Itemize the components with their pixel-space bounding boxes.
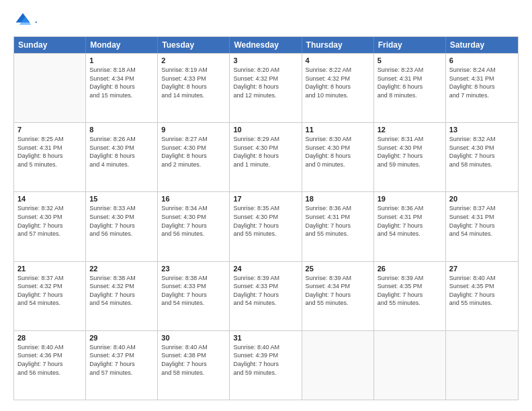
logo-text: . [35,15,38,26]
calendar-row-4: 28Sunrise: 8:40 AM Sunset: 4:36 PM Dayli… [14,330,518,400]
day-info: Sunrise: 8:25 AM Sunset: 4:31 PM Dayligh… [17,135,82,169]
day-info: Sunrise: 8:23 AM Sunset: 4:31 PM Dayligh… [378,66,442,99]
weekday-header-thursday: Thursday [302,37,374,53]
day-info: Sunrise: 8:19 AM Sunset: 4:33 PM Dayligh… [161,66,226,99]
calendar-cell: 29Sunrise: 8:40 AM Sunset: 4:37 PM Dayli… [86,331,158,400]
day-number: 21 [17,265,82,273]
weekday-header-monday: Monday [86,37,158,53]
day-info: Sunrise: 8:20 AM Sunset: 4:32 PM Dayligh… [233,66,298,99]
calendar-cell: 15Sunrise: 8:33 AM Sunset: 4:30 PM Dayli… [86,192,158,261]
calendar-row-1: 7Sunrise: 8:25 AM Sunset: 4:31 PM Daylig… [14,122,518,191]
logo: . [13,11,38,30]
day-number: 18 [306,195,370,203]
day-number: 3 [233,56,298,64]
calendar-cell: 31Sunrise: 8:40 AM Sunset: 4:39 PM Dayli… [230,331,302,400]
day-number: 1 [89,56,154,64]
day-info: Sunrise: 8:39 AM Sunset: 4:35 PM Dayligh… [378,274,442,308]
day-number: 22 [89,265,154,273]
day-info: Sunrise: 8:26 AM Sunset: 4:30 PM Dayligh… [89,135,154,169]
calendar-cell: 13Sunrise: 8:32 AM Sunset: 4:30 PM Dayli… [446,123,518,191]
calendar-cell: 8Sunrise: 8:26 AM Sunset: 4:30 PM Daylig… [86,123,158,191]
calendar-cell: 3Sunrise: 8:20 AM Sunset: 4:32 PM Daylig… [230,54,302,122]
calendar-row-0: 1Sunrise: 8:18 AM Sunset: 4:34 PM Daylig… [14,53,518,122]
day-info: Sunrise: 8:38 AM Sunset: 4:33 PM Dayligh… [161,274,226,308]
day-info: Sunrise: 8:22 AM Sunset: 4:32 PM Dayligh… [306,66,370,99]
day-number: 31 [233,334,298,342]
calendar-cell: 14Sunrise: 8:32 AM Sunset: 4:30 PM Dayli… [14,192,86,261]
day-info: Sunrise: 8:32 AM Sunset: 4:30 PM Dayligh… [17,204,82,238]
day-number: 6 [449,56,515,64]
logo-icon [13,11,32,30]
day-info: Sunrise: 8:30 AM Sunset: 4:30 PM Dayligh… [306,135,370,169]
calendar-header: SundayMondayTuesdayWednesdayThursdayFrid… [14,37,518,53]
weekday-header-sunday: Sunday [14,37,86,53]
day-info: Sunrise: 8:27 AM Sunset: 4:30 PM Dayligh… [161,135,226,169]
calendar-cell: 27Sunrise: 8:40 AM Sunset: 4:35 PM Dayli… [446,262,518,330]
calendar-cell: 17Sunrise: 8:35 AM Sunset: 4:30 PM Dayli… [230,192,302,261]
day-number: 7 [17,126,82,134]
weekday-header-saturday: Saturday [446,37,518,53]
calendar-cell: 22Sunrise: 8:38 AM Sunset: 4:32 PM Dayli… [86,262,158,330]
day-info: Sunrise: 8:36 AM Sunset: 4:31 PM Dayligh… [378,204,442,238]
day-number: 26 [378,265,442,273]
calendar-cell: 18Sunrise: 8:36 AM Sunset: 4:31 PM Dayli… [302,192,374,261]
calendar-cell [446,331,518,400]
day-number: 11 [306,126,370,134]
day-number: 15 [89,195,154,203]
day-info: Sunrise: 8:24 AM Sunset: 4:31 PM Dayligh… [449,66,515,99]
calendar-cell: 11Sunrise: 8:30 AM Sunset: 4:30 PM Dayli… [302,123,374,191]
day-number: 24 [233,265,298,273]
day-number: 19 [378,195,442,203]
day-info: Sunrise: 8:29 AM Sunset: 4:30 PM Dayligh… [233,135,298,169]
page: . SundayMondayTuesdayWednesdayThursdayFr… [0,0,532,411]
calendar-cell: 24Sunrise: 8:39 AM Sunset: 4:33 PM Dayli… [230,262,302,330]
day-info: Sunrise: 8:39 AM Sunset: 4:34 PM Dayligh… [306,274,370,308]
calendar-cell: 6Sunrise: 8:24 AM Sunset: 4:31 PM Daylig… [446,54,518,122]
day-info: Sunrise: 8:37 AM Sunset: 4:32 PM Dayligh… [17,274,82,308]
calendar-cell: 5Sunrise: 8:23 AM Sunset: 4:31 PM Daylig… [374,54,446,122]
day-number: 23 [161,265,226,273]
day-info: Sunrise: 8:37 AM Sunset: 4:31 PM Dayligh… [449,204,515,238]
day-info: Sunrise: 8:40 AM Sunset: 4:36 PM Dayligh… [17,343,82,377]
day-info: Sunrise: 8:38 AM Sunset: 4:32 PM Dayligh… [89,274,154,308]
day-info: Sunrise: 8:34 AM Sunset: 4:30 PM Dayligh… [161,204,226,238]
day-number: 12 [378,126,442,134]
calendar-cell: 12Sunrise: 8:31 AM Sunset: 4:30 PM Dayli… [374,123,446,191]
calendar-cell: 19Sunrise: 8:36 AM Sunset: 4:31 PM Dayli… [374,192,446,261]
calendar-cell: 2Sunrise: 8:19 AM Sunset: 4:33 PM Daylig… [158,54,230,122]
day-number: 8 [89,126,154,134]
weekday-header-friday: Friday [374,37,446,53]
day-number: 13 [449,126,515,134]
calendar-cell: 25Sunrise: 8:39 AM Sunset: 4:34 PM Dayli… [302,262,374,330]
calendar-cell: 10Sunrise: 8:29 AM Sunset: 4:30 PM Dayli… [230,123,302,191]
calendar-cell: 16Sunrise: 8:34 AM Sunset: 4:30 PM Dayli… [158,192,230,261]
calendar-cell: 1Sunrise: 8:18 AM Sunset: 4:34 PM Daylig… [86,54,158,122]
calendar-cell: 23Sunrise: 8:38 AM Sunset: 4:33 PM Dayli… [158,262,230,330]
calendar-cell [14,54,86,122]
calendar-cell: 30Sunrise: 8:40 AM Sunset: 4:38 PM Dayli… [158,331,230,400]
day-info: Sunrise: 8:39 AM Sunset: 4:33 PM Dayligh… [233,274,298,308]
day-number: 27 [449,265,515,273]
calendar-cell: 7Sunrise: 8:25 AM Sunset: 4:31 PM Daylig… [14,123,86,191]
calendar-cell: 4Sunrise: 8:22 AM Sunset: 4:32 PM Daylig… [302,54,374,122]
calendar-cell: 26Sunrise: 8:39 AM Sunset: 4:35 PM Dayli… [374,262,446,330]
day-number: 29 [89,334,154,342]
day-info: Sunrise: 8:40 AM Sunset: 4:38 PM Dayligh… [161,343,226,377]
day-number: 28 [17,334,82,342]
day-number: 20 [449,195,515,203]
day-info: Sunrise: 8:18 AM Sunset: 4:34 PM Dayligh… [89,66,154,99]
calendar-cell [302,331,374,400]
calendar-cell [374,331,446,400]
day-number: 2 [161,56,226,64]
day-number: 30 [161,334,226,342]
calendar-row-3: 21Sunrise: 8:37 AM Sunset: 4:32 PM Dayli… [14,261,518,330]
calendar-body: 1Sunrise: 8:18 AM Sunset: 4:34 PM Daylig… [14,53,518,400]
calendar: SundayMondayTuesdayWednesdayThursdayFrid… [13,36,519,400]
day-number: 9 [161,126,226,134]
day-number: 14 [17,195,82,203]
day-info: Sunrise: 8:36 AM Sunset: 4:31 PM Dayligh… [306,204,370,238]
weekday-header-tuesday: Tuesday [158,37,230,53]
day-number: 4 [306,56,370,64]
day-number: 5 [378,56,442,64]
day-number: 10 [233,126,298,134]
